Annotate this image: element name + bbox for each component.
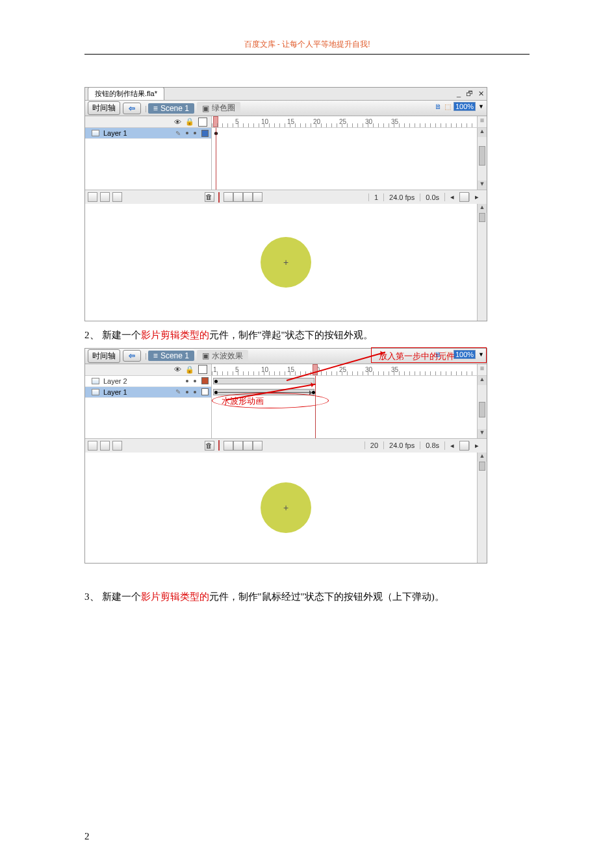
- restore-icon[interactable]: 🗗: [466, 90, 473, 98]
- lock-dot[interactable]: [194, 132, 196, 134]
- eye-icon[interactable]: 👁: [174, 118, 181, 126]
- lock-icon[interactable]: 🔒: [185, 366, 194, 374]
- scroll-thumb[interactable]: [479, 213, 485, 222]
- zoom-field[interactable]: 100%: [454, 350, 476, 359]
- stage-scrollbar[interactable]: ▲: [477, 453, 487, 563]
- scroll-up-icon[interactable]: ▲: [478, 453, 487, 462]
- document-tab-bar: 按钮的制作结果.fla* _ 🗗 ✕: [85, 88, 487, 101]
- frame-ruler[interactable]: 5 10 15 20 25 30 35: [212, 116, 477, 127]
- minimize-icon[interactable]: _: [457, 90, 461, 98]
- scroll-thumb[interactable]: [479, 146, 485, 166]
- visibility-dot[interactable]: [186, 391, 188, 393]
- visibility-dot[interactable]: [186, 380, 188, 382]
- outline-icon[interactable]: [198, 365, 207, 374]
- scroll-thumb[interactable]: [479, 462, 485, 471]
- onion-icon[interactable]: [224, 441, 233, 451]
- symbol-crumb[interactable]: ▣ 绿色圈: [197, 102, 240, 114]
- scroll-up-icon[interactable]: ▲: [478, 376, 487, 385]
- back-button[interactable]: ⇦: [123, 350, 141, 362]
- close-icon[interactable]: ✕: [478, 90, 484, 98]
- timeline-options-icon[interactable]: ≡: [477, 364, 487, 375]
- onion-icon[interactable]: [224, 192, 233, 202]
- timeline-frames[interactable]: [212, 376, 487, 438]
- lock-dot[interactable]: [194, 380, 196, 382]
- layers-area: Layer 1 ✎ ▲ ▼: [85, 128, 487, 190]
- scroll-right-icon[interactable]: ▸: [469, 193, 484, 201]
- stage-scrollbar[interactable]: ▲: [477, 204, 487, 321]
- tick: 1: [213, 366, 217, 373]
- zoom-field[interactable]: 100%: [454, 102, 476, 111]
- layer-row-2[interactable]: Layer 2: [85, 376, 211, 387]
- outline-swatch[interactable]: [201, 377, 209, 384]
- lock-icon[interactable]: 🔒: [185, 118, 194, 126]
- edit-symbol-icon[interactable]: ⬚: [444, 103, 451, 111]
- scroll-right-icon[interactable]: ▸: [469, 441, 484, 450]
- new-guide-icon[interactable]: [100, 192, 110, 202]
- scroll-up-icon[interactable]: ▲: [478, 128, 487, 137]
- new-layer-icon[interactable]: [88, 441, 97, 451]
- tick: 10: [261, 366, 268, 373]
- hscroll-thumb[interactable]: [459, 192, 469, 202]
- timeline-frames[interactable]: [212, 128, 487, 190]
- visibility-dot[interactable]: [186, 132, 188, 134]
- onion-outline-icon[interactable]: [233, 192, 243, 202]
- back-arrow-icon: ⇦: [127, 351, 136, 360]
- timeline-button[interactable]: 时间轴: [88, 349, 120, 363]
- timeline-button[interactable]: 时间轴: [88, 101, 120, 115]
- outline-icon[interactable]: [198, 118, 207, 127]
- edit-multi-icon[interactable]: [243, 441, 253, 451]
- edit-symbol-icon[interactable]: ⬚: [444, 350, 451, 358]
- frame-span-l2[interactable]: [213, 378, 314, 384]
- trash-icon[interactable]: 🗑: [205, 441, 214, 451]
- tick: 30: [365, 118, 372, 125]
- tick: 15: [287, 118, 294, 125]
- lock-dot[interactable]: [194, 391, 196, 393]
- zoom-dropdown-icon[interactable]: ▼: [478, 351, 484, 358]
- layer-row-1[interactable]: Layer 1 ✎: [85, 128, 211, 139]
- edit-scene-icon[interactable]: 🗎: [435, 351, 442, 358]
- scroll-down-icon[interactable]: ▼: [478, 429, 487, 438]
- timeline-options-icon[interactable]: ≡: [477, 116, 487, 127]
- symbol-crumb[interactable]: ▣ 水波效果: [197, 350, 248, 362]
- step-text-red: 影片剪辑类型的: [141, 591, 209, 602]
- keyframe-dot[interactable]: [214, 380, 218, 383]
- edit-scene-icon[interactable]: 🗎: [435, 103, 442, 110]
- edit-multi-icon[interactable]: [243, 192, 253, 202]
- frame-ruler[interactable]: 1 5 10 15 20 25 30 35: [212, 364, 477, 375]
- step-text-a: 新建一个: [102, 330, 141, 340]
- vertical-scrollbar[interactable]: ▲ ▼: [477, 376, 487, 438]
- scroll-left-icon[interactable]: ◂: [444, 193, 459, 201]
- trash-icon[interactable]: 🗑: [205, 192, 214, 202]
- scroll-left-icon[interactable]: ◂: [444, 441, 459, 450]
- scroll-down-icon[interactable]: ▼: [478, 180, 487, 190]
- document-tab[interactable]: 按钮的制作结果.fla*: [88, 87, 164, 100]
- layer-row-1[interactable]: Layer 1 ✎: [85, 387, 211, 398]
- playhead-marker-icon: [218, 192, 220, 203]
- scene-crumb[interactable]: ≡ Scene 1: [148, 351, 194, 361]
- new-folder-icon[interactable]: [112, 441, 122, 451]
- outline-swatch[interactable]: [201, 388, 209, 395]
- vertical-scrollbar[interactable]: ▲ ▼: [477, 128, 487, 190]
- new-guide-icon[interactable]: [100, 441, 110, 451]
- playhead[interactable]: [213, 116, 218, 127]
- layer-icon: [92, 130, 99, 136]
- scroll-thumb[interactable]: [479, 402, 485, 417]
- onion-outline-icon[interactable]: [233, 441, 243, 451]
- new-folder-icon[interactable]: [112, 192, 122, 202]
- hscroll-thumb[interactable]: [459, 441, 469, 451]
- back-button[interactable]: ⇦: [123, 103, 141, 114]
- scene-label: Scene 1: [160, 104, 189, 113]
- new-layer-icon[interactable]: [88, 192, 97, 202]
- onion-marker-icon[interactable]: [253, 441, 262, 451]
- zoom-dropdown-icon[interactable]: ▼: [478, 103, 484, 110]
- scroll-up-icon[interactable]: ▲: [478, 204, 487, 213]
- outline-swatch[interactable]: [201, 130, 209, 137]
- onion-marker-icon[interactable]: [253, 192, 262, 202]
- playhead-line: [315, 376, 316, 438]
- step-2-text: 2、新建一个影片剪辑类型的元件，制作"弹起"状态下的按钮外观。: [84, 328, 530, 343]
- playhead[interactable]: [313, 364, 318, 375]
- stage-area-2: + ▲: [85, 453, 487, 563]
- scene-crumb[interactable]: ≡ Scene 1: [148, 103, 194, 114]
- scene-label: Scene 1: [160, 351, 189, 360]
- eye-icon[interactable]: 👁: [174, 366, 181, 373]
